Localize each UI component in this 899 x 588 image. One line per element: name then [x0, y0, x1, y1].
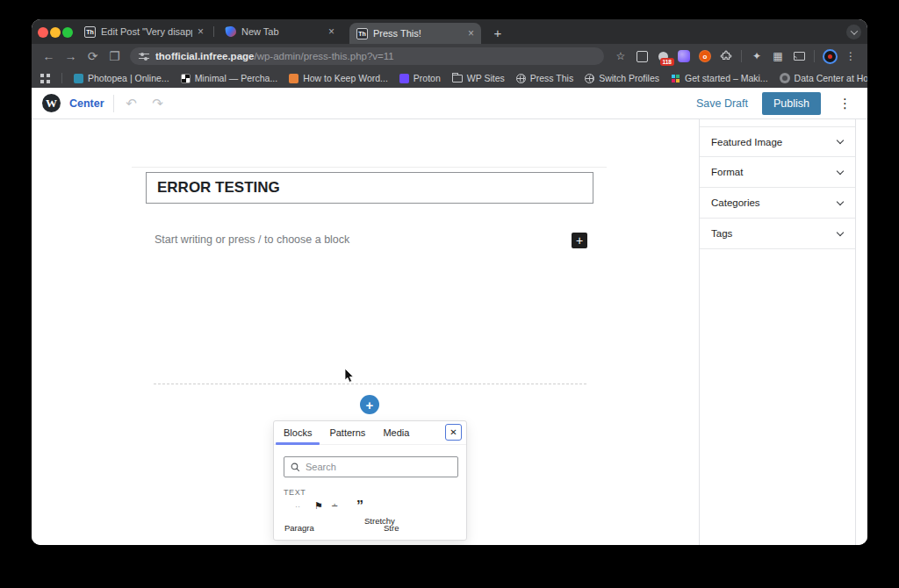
tab-blocks[interactable]: Blocks [284, 421, 312, 444]
bookmark-data-center[interactable]: Data Center at Ho... [780, 73, 867, 83]
tab-title: New Tab [241, 26, 323, 37]
block-placeholder-text[interactable]: Start writing or press / to choose a blo… [155, 233, 349, 246]
bookmarks-separator [61, 73, 62, 83]
bookmark-label: Get started – Maki... [685, 73, 768, 83]
globe-icon [516, 74, 526, 83]
bookmark-switch-profiles[interactable]: Switch Profiles [585, 73, 659, 83]
panel-format[interactable]: Format [700, 157, 855, 188]
panel-categories[interactable]: Categories [700, 188, 855, 219]
post-title-field[interactable] [146, 172, 593, 204]
tab-patterns[interactable]: Patterns [329, 421, 365, 444]
bookmark-star-icon[interactable]: ☆ [611, 47, 630, 66]
toolbar-separator [814, 50, 815, 62]
search-icon [291, 463, 300, 472]
tab-title: Edit Post "Very disappointing [101, 26, 192, 37]
bookmark-how-to-keep[interactable]: How to Keep Word... [289, 73, 388, 83]
favorites-extension-icon[interactable]: ✦ [747, 47, 766, 66]
site-name-link[interactable]: Center [69, 97, 104, 110]
panel-label: Tags [711, 228, 732, 239]
back-icon[interactable]: ← [39, 47, 59, 66]
window-close-button[interactable] [38, 27, 48, 38]
tab-edit-post[interactable]: Th Edit Post "Very disappointing × [77, 19, 211, 44]
bookmark-press-this[interactable]: Press This [516, 73, 573, 83]
press-this-page: W Center ↶ ↷ Save Draft Publish ⋮ Start … [32, 88, 867, 545]
slack-icon [671, 74, 680, 83]
paragraph-block-icon[interactable]: ·· [295, 502, 300, 511]
post-title-input[interactable] [147, 179, 593, 197]
browser-window: Th Edit Post "Very disappointing × New T… [32, 19, 867, 545]
inserter-tabs: Blocks Patterns Media [274, 421, 466, 445]
chevron-down-icon [837, 228, 844, 235]
tab-press-this[interactable]: Th Press This! × [349, 23, 481, 44]
reload-icon[interactable]: ⟳ [83, 47, 103, 66]
side-panel-icon[interactable]: ❐ [104, 47, 125, 66]
bookmark-folder-wp-sites[interactable]: WP Sites [452, 73, 505, 83]
folder-icon [452, 75, 463, 82]
reader-extension-icon[interactable] [632, 47, 651, 66]
adblock-extension-icon[interactable]: o [695, 47, 715, 66]
photopea-icon [74, 74, 83, 83]
tab-close-icon[interactable]: × [468, 27, 474, 39]
tab-close-icon[interactable]: × [328, 25, 334, 38]
bookmark-minimal[interactable]: Minimal — Percha... [181, 73, 278, 83]
forward-icon[interactable]: → [61, 47, 81, 66]
flag-block-icon[interactable]: ⚑ [314, 500, 323, 512]
panel-featured-image[interactable]: Featured Image [700, 126, 855, 157]
redo-icon[interactable]: ↷ [149, 96, 167, 111]
tab-search-chevron-button[interactable] [846, 25, 861, 39]
extension-badge: 118 [660, 58, 674, 66]
toolbar-separator [741, 50, 742, 62]
undo-icon[interactable]: ↶ [123, 96, 140, 111]
tab-media[interactable]: Media [383, 421, 409, 444]
browser-toolbar: ← → ⟳ ❐ thofficial.infree.page/wp-admin/… [32, 44, 867, 68]
address-bar[interactable]: thofficial.infree.page/wp-admin/press-th… [130, 47, 604, 65]
bookmark-label: WP Sites [467, 73, 505, 83]
orange-doc-icon [289, 74, 298, 83]
bookmark-label: Minimal — Percha... [195, 73, 278, 83]
profile-avatar[interactable] [820, 47, 839, 66]
inserter-search-box[interactable] [284, 456, 458, 477]
bookmark-get-started[interactable]: Get started – Maki... [671, 73, 768, 83]
new-tab-button[interactable]: + [488, 23, 507, 42]
panel-label: Categories [711, 197, 760, 208]
gear-icon [780, 73, 790, 83]
inserter-section-label: TEXT [284, 488, 306, 497]
add-block-button[interactable]: + [360, 395, 379, 414]
block-inserter-toggle-button[interactable]: + [572, 233, 587, 248]
list-block-icon[interactable]: ∸ [331, 501, 338, 511]
window-zoom-button[interactable] [62, 27, 73, 38]
editor-options-icon[interactable]: ⋮ [835, 96, 855, 111]
bookmark-label: Proton [414, 73, 441, 83]
bookmark-proton[interactable]: Proton [399, 73, 441, 83]
url-text: thofficial.infree.page/wp-admin/press-th… [155, 51, 394, 61]
grid-extension-icon[interactable]: ▦ [768, 47, 788, 66]
save-draft-button[interactable]: Save Draft [696, 97, 748, 110]
tab-new-tab[interactable]: New Tab × [219, 19, 342, 44]
apps-grid-icon[interactable] [40, 74, 50, 83]
window-minimize-button[interactable] [50, 27, 61, 38]
chevron-down-icon [837, 137, 844, 144]
site-favicon-icon: Th [356, 28, 368, 39]
block-label-paragraph[interactable]: Paragra [284, 523, 314, 533]
wordpress-logo-icon[interactable]: W [42, 94, 61, 112]
cast-icon[interactable] [789, 47, 809, 66]
site-settings-icon[interactable] [139, 52, 149, 61]
block-label-stre[interactable]: Stre [384, 523, 399, 533]
block-inserter-popup: Blocks Patterns Media ✕ TEXT ·· ⚑ ∸ ” Pa… [273, 420, 467, 541]
proton-pass-extension-icon[interactable] [674, 47, 694, 66]
inserter-close-button[interactable]: ✕ [445, 424, 462, 441]
tab-close-icon[interactable]: × [198, 25, 204, 38]
quote-block-icon[interactable]: ” [356, 498, 363, 514]
tab-title: Press This! [373, 28, 463, 39]
publish-button[interactable]: Publish [762, 92, 821, 115]
title-divider [132, 167, 607, 168]
editor-header: W Center ↶ ↷ Save Draft Publish ⋮ [32, 88, 867, 119]
panel-tags[interactable]: Tags [700, 219, 855, 249]
bookmark-photopea[interactable]: Photopea | Online... [74, 73, 169, 83]
browser-menu-icon[interactable]: ⋮ [841, 47, 860, 66]
inserter-search-input[interactable] [306, 462, 451, 472]
bookmark-label: Press This [530, 73, 573, 83]
infinityfree-favicon-icon [225, 25, 237, 38]
extensions-puzzle-icon[interactable] [716, 47, 736, 66]
marker-extension-icon[interactable]: 118 [653, 47, 672, 66]
